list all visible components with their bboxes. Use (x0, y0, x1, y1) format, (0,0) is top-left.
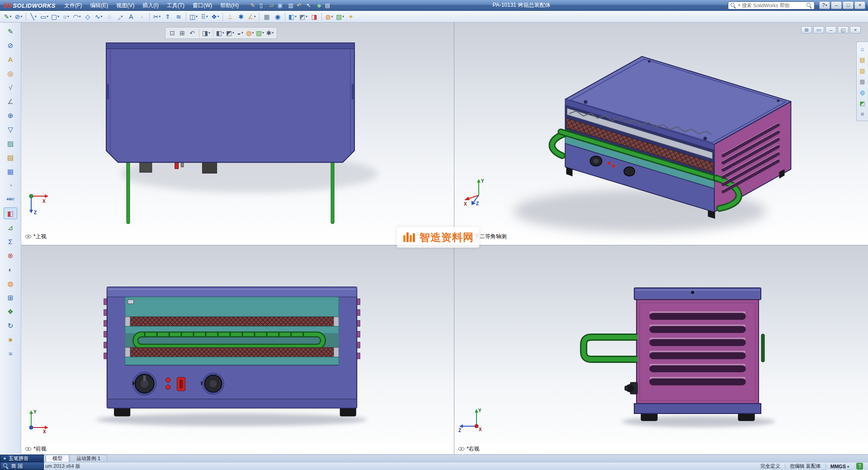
oven-body-top[interactable] (106, 43, 354, 162)
handle-side[interactable] (584, 337, 637, 359)
point-icon[interactable]: · (137, 12, 147, 22)
offset-entities-icon[interactable]: ≋ (173, 12, 184, 22)
handle-tube-right[interactable] (331, 161, 334, 224)
slot-icon[interactable]: ▢▾ (50, 12, 61, 22)
area-hatch-icon[interactable]: ▨ (4, 137, 17, 149)
move-component-icon[interactable]: ❖ (4, 306, 17, 317)
oven-model-right-view[interactable] (584, 288, 764, 421)
document-close-icon[interactable]: × (850, 26, 861, 33)
appearances-icon[interactable]: ◍ (858, 88, 867, 97)
repair-sketch-icon[interactable]: ✱ (236, 12, 246, 22)
undo-icon[interactable]: ↶▾ (296, 1, 305, 10)
exploded-view-icon[interactable]: ∗ (4, 334, 17, 345)
display-style-icon[interactable]: ◩▾ (225, 28, 235, 38)
menu-view[interactable]: 视图(V) (112, 0, 138, 10)
datum-feature-icon[interactable]: ▽ (4, 123, 17, 135)
section-view-icon[interactable]: ◨▾ (201, 28, 211, 38)
geometric-tolerance-icon[interactable]: ⊕ (4, 109, 17, 121)
rotate-component-icon[interactable]: ↻ (4, 320, 17, 331)
viewport-front-view[interactable]: Y X *前视 (21, 245, 454, 454)
circle-icon[interactable]: ○▾ (61, 12, 71, 22)
weld-symbol-icon[interactable]: ∠ (4, 95, 17, 107)
oven-model-top-view[interactable] (106, 43, 354, 224)
document-minimize-icon[interactable]: – (826, 26, 836, 33)
ime-row-top[interactable]: 五笔拼音 (0, 455, 44, 462)
select-icon[interactable]: ↖▾ (305, 1, 314, 10)
layout-sketch-icon[interactable]: ✎ (4, 25, 17, 37)
blocks-icon[interactable]: ▤ (4, 151, 17, 163)
polygon-icon[interactable]: ◇ (82, 12, 93, 22)
viewport-single-icon[interactable]: ▭ (813, 26, 824, 33)
menu-edit[interactable]: 编辑(E) (86, 0, 112, 10)
design-library-icon[interactable]: ▤ (858, 55, 867, 64)
viewport-right-view[interactable]: Y Z X *右视 (454, 245, 868, 454)
rectangle-icon[interactable]: ▭▾ (39, 12, 50, 22)
ime-row-bottom[interactable]: 简 国 (0, 462, 44, 470)
simulation-icon[interactable]: ≈ (4, 348, 17, 359)
search-input[interactable] (742, 3, 805, 8)
interference-detection-icon[interactable]: ⊗ (4, 249, 17, 261)
options-icon[interactable]: ▤▾ (324, 1, 333, 10)
help-button[interactable]: ?▾ (819, 1, 830, 9)
ime-lang[interactable]: 简 国 (11, 463, 23, 470)
tab-model[interactable]: 模型 (46, 455, 69, 462)
note-icon[interactable]: A (4, 53, 17, 65)
tables-icon[interactable]: ▦ (4, 165, 17, 177)
fillet-icon[interactable]: ◞▾ (115, 12, 126, 22)
open-icon[interactable]: ▱ (267, 1, 276, 10)
ellipse-icon[interactable]: ◌ (104, 12, 115, 22)
hide-show-items-icon[interactable]: ◒▾ (235, 28, 245, 38)
display-relations-icon[interactable]: ⊥ (225, 12, 236, 22)
arc-icon[interactable]: ◠▾ (71, 12, 82, 22)
snap-icon[interactable]: ◉ (272, 12, 283, 22)
scenes-icon[interactable]: ◩ (858, 99, 867, 108)
resources-icon[interactable]: ⌂ (858, 44, 867, 53)
status-help-icon[interactable]: ? (856, 463, 863, 470)
mate-icon[interactable]: ⊞ (4, 291, 17, 303)
move-entities-icon[interactable]: ❖▾ (210, 12, 221, 22)
graphics-area[interactable]: X Z *上视 (21, 23, 868, 454)
ime-search-icon[interactable] (3, 463, 9, 469)
zoom-fit-icon[interactable]: ⊡ (167, 28, 177, 38)
view-orientation-icon[interactable]: ◧▾ (287, 12, 298, 22)
revision-cloud-icon[interactable]: ◔ (4, 179, 17, 191)
print-icon[interactable]: ▥ (286, 1, 295, 10)
balloon-icon[interactable]: ◎ (4, 67, 17, 79)
apply-scene-icon[interactable]: ▧▾ (335, 12, 345, 22)
quick-snaps-icon[interactable]: ∠▾ (246, 12, 257, 22)
handle-tube-left[interactable] (127, 161, 130, 224)
file-explorer-icon[interactable]: ▧ (858, 66, 867, 75)
edit-appearance-icon[interactable]: ◍▾ (245, 28, 255, 38)
control-knob[interactable] (624, 167, 635, 176)
menu-insert[interactable]: 插入(I) (138, 0, 162, 10)
edit-appearance-icon[interactable]: ◍ (4, 277, 17, 289)
menu-help[interactable]: 帮助(H) (216, 0, 243, 10)
section-view-icon[interactable]: ◧ (4, 207, 17, 219)
minimize-button[interactable]: – (831, 1, 842, 9)
new-document-icon[interactable]: ▯▾ (258, 1, 267, 10)
custom-properties-icon[interactable]: ≡ (858, 109, 867, 118)
save-icon[interactable]: ▣▾ (277, 1, 286, 10)
surface-finish-icon[interactable]: √ (4, 81, 17, 93)
smart-dimension-icon[interactable]: ⊘▾ (13, 12, 24, 22)
line-icon[interactable]: ╲▾ (28, 12, 39, 22)
display-style-icon[interactable]: ◩▾ (298, 12, 309, 22)
instant3d-icon[interactable]: ✦ (345, 12, 356, 22)
measure-icon[interactable]: ⊿ (4, 221, 17, 233)
edit-appearance-icon[interactable]: ◍▾ (324, 12, 335, 22)
menu-window[interactable]: 窗口(W) (189, 0, 216, 10)
search-go-icon[interactable] (807, 3, 812, 8)
view-orientation-icon[interactable]: ◧▾ (215, 28, 225, 38)
maximize-button[interactable]: □ (843, 1, 854, 9)
mass-properties-icon[interactable]: Σ (4, 235, 17, 247)
apply-scene-icon[interactable]: ▧▾ (255, 28, 265, 38)
document-restore-icon[interactable]: ◱ (838, 26, 849, 33)
spline-icon[interactable]: ∿▾ (93, 12, 104, 22)
smart-dimension-icon[interactable]: ⊘ (4, 39, 17, 51)
sketch-text-icon[interactable]: A (126, 12, 137, 22)
grid-icon[interactable]: ▦ (261, 12, 272, 22)
tab-motion-study[interactable]: 运动算例 1 (70, 455, 107, 462)
convert-entities-icon[interactable]: ⇑ (162, 12, 173, 22)
view-palette-icon[interactable]: ▦ (858, 77, 867, 86)
linear-pattern-icon[interactable]: ⠿▾ (199, 12, 210, 22)
